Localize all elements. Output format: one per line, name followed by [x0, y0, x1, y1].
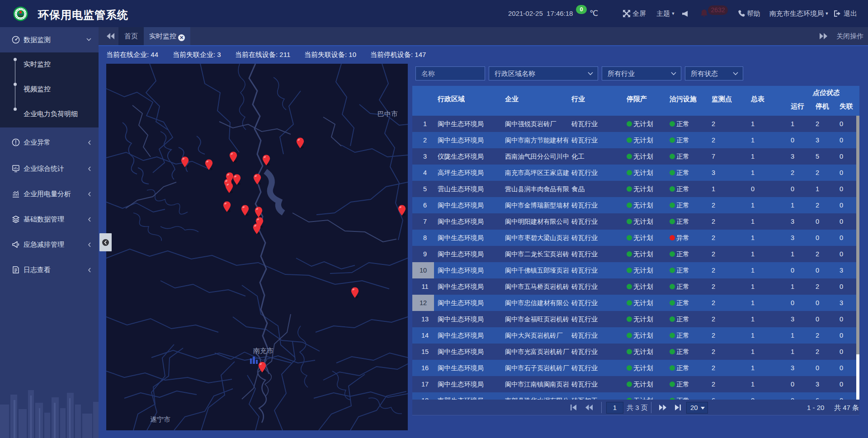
svg-text:遂宁市: 遂宁市 — [150, 415, 170, 423]
svg-text:巴中市: 巴中市 — [377, 110, 398, 118]
svg-text:南充市: 南充市 — [253, 347, 274, 354]
